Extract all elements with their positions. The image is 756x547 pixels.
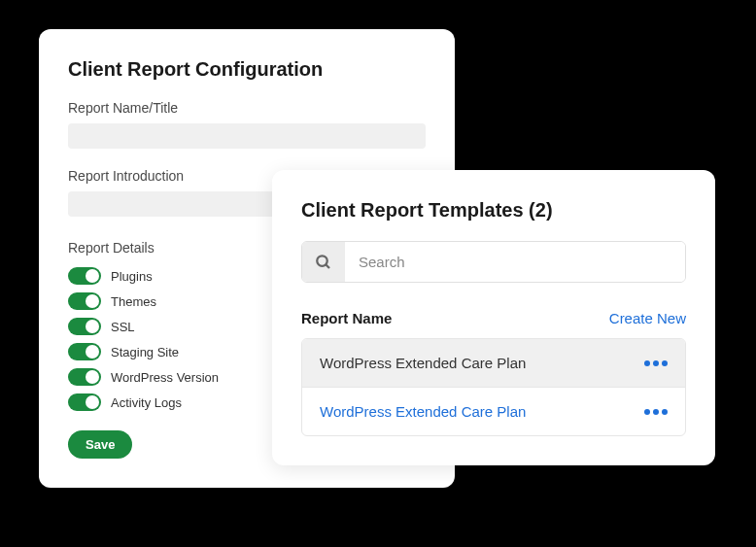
more-actions-icon[interactable] <box>644 360 668 366</box>
toggle-wp-version[interactable] <box>68 368 101 386</box>
save-button[interactable]: Save <box>68 430 132 459</box>
toggle-label-staging: Staging Site <box>111 345 179 359</box>
template-row[interactable]: WordPress Extended Care Plan <box>302 339 685 387</box>
toggle-staging[interactable] <box>68 343 101 360</box>
templates-title: Client Report Templates (2) <box>301 199 686 222</box>
search-input[interactable] <box>345 242 685 282</box>
template-name: WordPress Extended Care Plan <box>320 355 526 371</box>
toggle-label-wp-version: WordPress Version <box>111 370 219 385</box>
toggle-themes[interactable] <box>68 292 101 310</box>
toggle-label-themes: Themes <box>111 294 156 309</box>
search-container <box>301 241 686 283</box>
toggle-activity-logs[interactable] <box>68 393 101 411</box>
config-title: Client Report Configuration <box>68 58 426 81</box>
report-name-label: Report Name/Title <box>68 100 426 116</box>
templates-table-header: Report Name Create New <box>301 310 686 326</box>
svg-point-0 <box>317 256 327 266</box>
search-icon <box>302 242 345 282</box>
template-list: WordPress Extended Care Plan WordPress E… <box>301 338 686 436</box>
template-row[interactable]: WordPress Extended Care Plan <box>302 387 685 435</box>
toggle-plugins[interactable] <box>68 267 101 285</box>
toggle-label-plugins: Plugins <box>111 269 153 284</box>
toggle-label-activity-logs: Activity Logs <box>111 395 182 410</box>
templates-card: Client Report Templates (2) Report Name … <box>272 170 715 465</box>
more-actions-icon[interactable] <box>644 409 668 415</box>
report-name-input[interactable] <box>68 123 426 149</box>
create-new-link[interactable]: Create New <box>609 310 686 326</box>
svg-line-1 <box>326 264 329 268</box>
template-name: WordPress Extended Care Plan <box>320 403 526 420</box>
report-name-column-header: Report Name <box>301 310 392 326</box>
toggle-ssl[interactable] <box>68 318 101 335</box>
toggle-label-ssl: SSL <box>111 320 135 334</box>
